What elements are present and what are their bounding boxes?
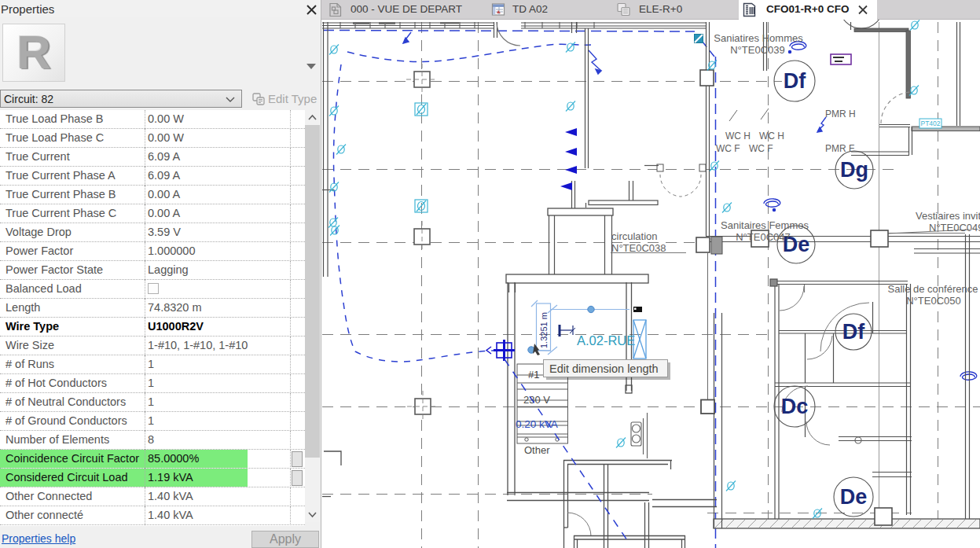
svg-text:N°TE0C050: N°TE0C050	[906, 295, 961, 307]
svg-text:PT402: PT402	[920, 120, 940, 127]
svg-text:WC F: WC F	[749, 143, 773, 154]
svg-text:circulation: circulation	[611, 230, 658, 242]
svg-text:1.3251 m: 1.3251 m	[539, 312, 549, 348]
svg-text:WC H: WC H	[759, 131, 784, 142]
svg-text:0.20 kVA: 0.20 kVA	[516, 418, 558, 430]
svg-text:230 V: 230 V	[523, 394, 550, 406]
svg-text:A.02-RUE: A.02-RUE	[577, 333, 635, 348]
svg-text:PMR H: PMR H	[825, 108, 856, 120]
svg-text:WC F: WC F	[716, 143, 740, 154]
svg-text:Dc: Dc	[781, 395, 809, 418]
svg-text:WC H: WC H	[725, 131, 751, 142]
svg-text:Vestiaires invit: Vestiaires invit	[916, 210, 980, 222]
svg-text:Dg: Dg	[840, 158, 868, 182]
svg-text:De: De	[840, 485, 868, 509]
svg-text:Edit dimension length: Edit dimension length	[549, 362, 659, 375]
svg-text:PMR F: PMR F	[825, 143, 854, 154]
svg-text:#1: #1	[528, 369, 539, 381]
svg-text:Other: Other	[524, 444, 550, 456]
svg-text:N°TE0C038: N°TE0C038	[611, 242, 666, 254]
svg-text:N°TE0C047: N°TE0C047	[736, 231, 791, 243]
svg-text:Salle de conférence: Salle de conférence	[888, 283, 978, 295]
svg-text:N°TE0C049: N°TE0C049	[929, 222, 980, 234]
svg-text:Sanitaires Femmes: Sanitaires Femmes	[721, 219, 809, 231]
svg-text:Df: Df	[842, 320, 865, 344]
svg-text:Saniatires Hommes: Saniatires Hommes	[714, 32, 803, 44]
svg-text:N°TE0C039: N°TE0C039	[730, 44, 785, 56]
svg-text:Df: Df	[784, 69, 806, 93]
